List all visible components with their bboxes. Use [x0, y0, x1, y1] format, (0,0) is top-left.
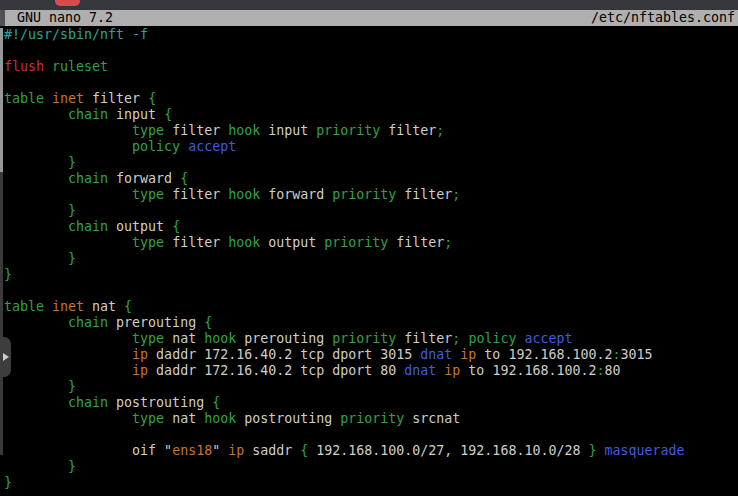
code-token: postrouting — [236, 411, 340, 426]
code-token: dnat — [404, 363, 436, 378]
code-token — [4, 155, 68, 170]
code-token: priority — [324, 235, 388, 250]
code-line: } — [4, 155, 738, 171]
chevron-right-icon — [3, 353, 9, 361]
code-token: } — [68, 459, 76, 474]
code-line: policy accept — [4, 139, 738, 155]
code-token: prerouting — [236, 331, 332, 346]
sidebar-expand-handle[interactable] — [0, 337, 11, 377]
code-line: ip daddr 172.16.40.2 tcp dport 3015 dnat… — [4, 347, 738, 363]
code-token — [4, 363, 132, 378]
code-token: saddr — [244, 443, 300, 458]
code-token: filter — [164, 235, 228, 250]
code-token: hook — [228, 235, 260, 250]
code-token — [4, 187, 132, 202]
code-token — [4, 395, 68, 410]
code-token — [4, 251, 68, 266]
code-token: filter — [164, 187, 228, 202]
code-token: { — [148, 91, 156, 106]
code-token — [44, 299, 52, 314]
code-token — [4, 139, 132, 154]
terminal-window: GNU nano 7.2 /etc/nftables.conf #!/usr/s… — [0, 0, 738, 496]
code-token — [44, 91, 52, 106]
code-token: chain — [68, 315, 108, 330]
code-token — [4, 459, 68, 474]
code-token: filter — [84, 91, 148, 106]
code-token: dnat — [420, 347, 452, 362]
code-token: type — [132, 123, 164, 138]
code-token: } — [68, 203, 76, 218]
code-token: priority — [332, 187, 396, 202]
code-token: ens18 — [172, 443, 212, 458]
code-token: chain — [68, 395, 108, 410]
scrollbar-thumb[interactable] — [0, 28, 3, 172]
code-token: type — [132, 331, 164, 346]
code-line — [4, 283, 738, 299]
code-token: oif " — [4, 443, 172, 458]
code-line: } — [4, 251, 738, 267]
code-token: daddr 172.16.40.2 tcp dport 3015 — [148, 347, 420, 362]
code-line: table inet nat { — [4, 299, 738, 315]
code-token — [4, 347, 132, 362]
code-line: chain prerouting { — [4, 315, 738, 331]
code-token — [180, 139, 188, 154]
code-token: input — [108, 107, 164, 122]
titlebar-left-edge — [0, 10, 5, 26]
code-token: type — [132, 411, 164, 426]
code-token: input — [260, 123, 316, 138]
code-token — [4, 171, 68, 186]
code-token: type — [132, 235, 164, 250]
code-token: hook — [204, 411, 236, 426]
code-line: type nat hook prerouting priority filter… — [4, 331, 738, 347]
code-line: type nat hook postrouting priority srcna… — [4, 411, 738, 427]
code-token — [4, 315, 68, 330]
code-line: } — [4, 203, 738, 219]
code-token: hook — [228, 187, 260, 202]
code-token: filter — [396, 187, 452, 202]
code-line: #!/usr/sbin/nft -f — [4, 27, 738, 43]
code-line: table inet filter { — [4, 91, 738, 107]
code-token: ip — [132, 363, 148, 378]
code-token: table — [4, 299, 44, 314]
red-tab-indicator-icon — [55, 0, 80, 6]
code-token: priority — [316, 123, 380, 138]
code-token: nat — [84, 299, 124, 314]
code-token: nat — [164, 411, 204, 426]
code-token: 80 — [604, 363, 620, 378]
code-token: filter — [396, 331, 452, 346]
code-token: { — [204, 315, 212, 330]
code-token: forward — [260, 187, 332, 202]
code-token: filter — [380, 123, 436, 138]
code-token: #!/usr/sbin/nft -f — [4, 27, 148, 42]
code-token: chain — [68, 107, 108, 122]
code-token: ip — [132, 347, 148, 362]
code-token: chain — [68, 171, 108, 186]
code-token — [4, 203, 68, 218]
code-token: daddr 172.16.40.2 tcp dport 80 — [148, 363, 404, 378]
code-line: } — [4, 459, 738, 475]
code-token: table — [4, 91, 44, 106]
code-token: { — [212, 395, 220, 410]
nano-app-version: GNU nano 7.2 — [17, 10, 113, 26]
code-token: hook — [204, 331, 236, 346]
code-token: } — [68, 251, 76, 266]
code-token: ip — [444, 363, 460, 378]
code-token: ; — [452, 187, 460, 202]
code-token — [4, 411, 132, 426]
code-token — [4, 379, 68, 394]
code-token: " — [212, 443, 228, 458]
left-scrollbar[interactable] — [0, 28, 3, 496]
code-token: output — [108, 219, 172, 234]
code-token: forward — [108, 171, 180, 186]
editor-text-area[interactable]: #!/usr/sbin/nft -f flush ruleset table i… — [4, 27, 738, 491]
code-token: to 192.168.100.2 — [476, 347, 612, 362]
code-token — [4, 235, 132, 250]
code-token: { — [164, 107, 172, 122]
code-token: srcnat — [404, 411, 460, 426]
nano-open-filename: /etc/nftables.conf — [591, 10, 735, 26]
code-token: ip — [460, 347, 476, 362]
code-token: ruleset — [52, 59, 108, 74]
code-token: 3015 — [620, 347, 652, 362]
code-token: chain — [68, 219, 108, 234]
code-token — [4, 123, 132, 138]
